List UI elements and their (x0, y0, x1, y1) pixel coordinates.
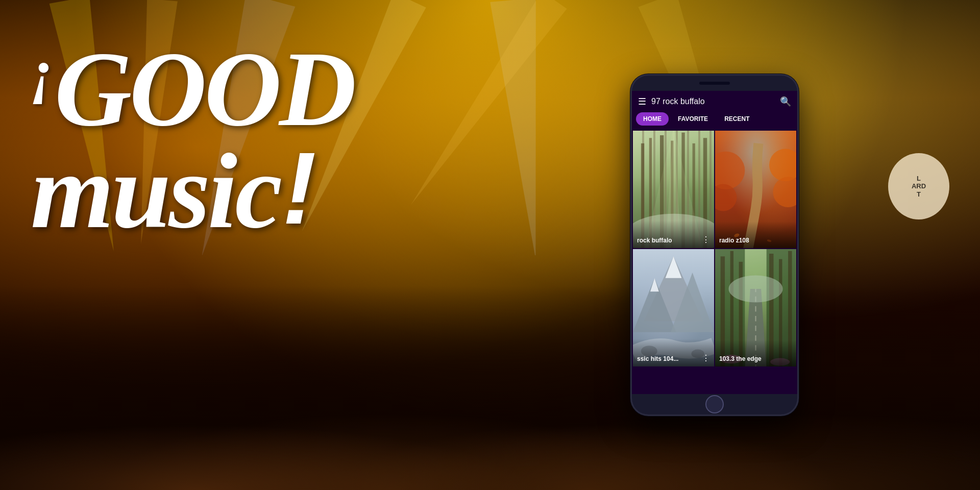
sign-text-line3: T (917, 190, 921, 199)
music-text: music (31, 132, 280, 250)
phone-top-bar (632, 76, 797, 91)
svg-point-37 (729, 275, 783, 302)
card-overlay-4: 103.3 the edge (715, 340, 796, 366)
crowd-silhouette (0, 337, 980, 490)
sign-text-line1: L (917, 175, 921, 183)
app-screen: ☰ 97 rock buffalo 🔍 HOME FAVORITE RECENT (632, 91, 797, 394)
hamburger-icon[interactable]: ☰ (638, 96, 646, 107)
card-overlay-2: radio z108 (715, 222, 796, 248)
exclamation-prefix: ¡ (31, 41, 55, 102)
tab-home[interactable]: HOME (636, 112, 669, 126)
card-overlay-3: ssic hits 104... ⋮ (633, 339, 714, 366)
app-title: 97 rock buffalo (651, 97, 775, 106)
phone-container: ☰ 97 rock buffalo 🔍 HOME FAVORITE RECENT (618, 0, 812, 490)
search-icon[interactable]: 🔍 (780, 96, 791, 107)
right-sign: L ARD T (888, 153, 949, 219)
app-header: ☰ 97 rock buffalo 🔍 (632, 91, 797, 112)
radio-grid: rock buffalo ⋮ (632, 130, 797, 368)
good-music-text-block: ¡ GOOD music ! (31, 41, 354, 239)
radio-card-2[interactable]: radio z108 (715, 131, 796, 248)
card-menu-btn-3[interactable]: ⋮ (702, 354, 710, 362)
phone-speaker (699, 82, 730, 85)
good-text: GOOD (55, 41, 354, 137)
card-label-3: ssic hits 104... (637, 355, 678, 362)
card-menu-btn-1[interactable]: ⋮ (702, 236, 710, 244)
home-button[interactable] (705, 395, 724, 413)
tab-recent[interactable]: RECENT (717, 112, 756, 126)
tab-favorite[interactable]: FAVORITE (671, 112, 715, 126)
sign-text-line2: ARD (912, 182, 926, 190)
radio-card-3[interactable]: ssic hits 104... ⋮ (633, 249, 714, 366)
app-tabs: HOME FAVORITE RECENT (632, 112, 797, 130)
radio-card-4[interactable]: 103.3 the edge (715, 249, 796, 366)
card-label-1: rock buffalo (637, 237, 672, 244)
phone-frame: ☰ 97 rock buffalo 🔍 HOME FAVORITE RECENT (630, 74, 799, 416)
card-label-4: 103.3 the edge (719, 355, 762, 362)
radio-card-1[interactable]: rock buffalo ⋮ (633, 131, 714, 248)
phone-bottom (632, 394, 797, 414)
exclamation-suffix: ! (282, 131, 316, 245)
card-label-2: radio z108 (719, 237, 749, 244)
card-overlay-1: rock buffalo ⋮ (633, 220, 714, 248)
